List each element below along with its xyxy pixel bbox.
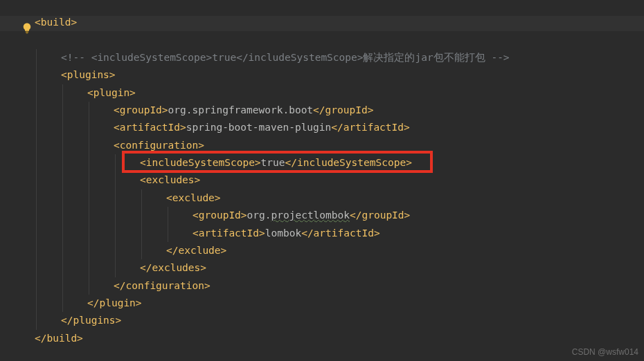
code-area[interactable]: <build> <!-- <includeSystemScope>true</i… bbox=[35, 14, 510, 347]
code-line[interactable]: <configuration> bbox=[35, 137, 510, 154]
code-line[interactable]: </plugins> bbox=[35, 312, 510, 329]
code-line[interactable]: <excludes> bbox=[35, 172, 510, 189]
bulb-icon[interactable] bbox=[21, 22, 33, 35]
code-line[interactable]: <plugins> bbox=[35, 66, 510, 84]
code-line[interactable]: <groupId>org.projectlombok</groupId> bbox=[35, 207, 510, 224]
code-line[interactable]: <!-- <includeSystemScope>true</includeSy… bbox=[35, 49, 510, 66]
code-line[interactable]: </excludes> bbox=[35, 259, 510, 277]
svg-rect-1 bbox=[26, 33, 28, 33]
svg-rect-0 bbox=[26, 32, 29, 33]
code-line[interactable]: <plugin> bbox=[35, 84, 510, 102]
code-line[interactable]: </build> bbox=[35, 330, 510, 347]
code-line[interactable] bbox=[35, 31, 510, 48]
code-line[interactable]: <build> bbox=[35, 14, 510, 31]
code-line[interactable]: <groupId>org.springframework.boot</group… bbox=[35, 102, 510, 119]
code-line[interactable]: </exclude> bbox=[35, 242, 510, 259]
code-line[interactable]: </configuration> bbox=[35, 277, 510, 295]
code-line[interactable]: <artifactId>lombok</artifactId> bbox=[35, 225, 510, 242]
code-line[interactable]: <exclude> bbox=[35, 189, 510, 207]
code-line[interactable]: </plugin> bbox=[35, 295, 510, 312]
code-line[interactable]: <includeSystemScope>true</includeSystemS… bbox=[35, 154, 510, 172]
watermark: CSDN @wsfw014 bbox=[572, 347, 638, 357]
code-line[interactable]: <artifactId>spring-boot-maven-plugin</ar… bbox=[35, 119, 510, 136]
gutter bbox=[0, 0, 35, 361]
